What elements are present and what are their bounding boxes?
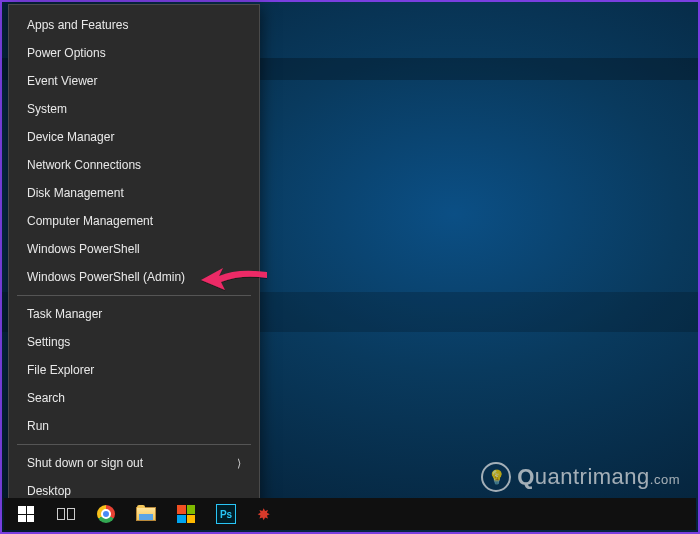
watermark-suffix: .com [650, 472, 680, 487]
menu-label: Task Manager [27, 307, 102, 321]
menu-label: Run [27, 419, 49, 433]
menu-separator [17, 295, 251, 296]
chevron-right-icon: ⟩ [237, 457, 241, 470]
menu-item-disk-management[interactable]: Disk Management [9, 179, 259, 207]
menu-label: Shut down or sign out [27, 456, 143, 470]
menu-label: Settings [27, 335, 70, 349]
menu-label: Event Viewer [27, 74, 97, 88]
menu-item-windows-powershell-admin[interactable]: Windows PowerShell (Admin) [9, 263, 259, 291]
desktop: Apps and Features Power Options Event Vi… [0, 0, 700, 534]
taskbar-app-store[interactable] [166, 498, 206, 530]
menu-item-apps-and-features[interactable]: Apps and Features [9, 11, 259, 39]
menu-label: Disk Management [27, 186, 124, 200]
menu-item-search[interactable]: Search [9, 384, 259, 412]
menu-item-run[interactable]: Run [9, 412, 259, 440]
taskbar-app-photoshop[interactable]: Ps [206, 498, 246, 530]
watermark: 💡 Quantrimang.com [481, 462, 680, 492]
menu-item-power-options[interactable]: Power Options [9, 39, 259, 67]
watermark-q: Q [517, 464, 535, 489]
menu-label: Windows PowerShell (Admin) [27, 270, 185, 284]
menu-separator [17, 444, 251, 445]
menu-label: Power Options [27, 46, 106, 60]
menu-label: Device Manager [27, 130, 114, 144]
menu-item-task-manager[interactable]: Task Manager [9, 300, 259, 328]
file-explorer-icon [136, 507, 156, 521]
menu-item-network-connections[interactable]: Network Connections [9, 151, 259, 179]
task-view-button[interactable] [46, 498, 86, 530]
menu-item-file-explorer[interactable]: File Explorer [9, 356, 259, 384]
menu-label: Computer Management [27, 214, 153, 228]
photoshop-icon: Ps [216, 504, 236, 524]
taskbar-app-file-explorer[interactable] [126, 498, 166, 530]
chrome-icon [97, 505, 115, 523]
taskbar: Ps ✸ [4, 498, 696, 530]
store-icon [177, 505, 195, 523]
menu-item-windows-powershell[interactable]: Windows PowerShell [9, 235, 259, 263]
menu-item-device-manager[interactable]: Device Manager [9, 123, 259, 151]
menu-label: Network Connections [27, 158, 141, 172]
task-view-icon [57, 507, 75, 521]
menu-item-system[interactable]: System [9, 95, 259, 123]
menu-item-settings[interactable]: Settings [9, 328, 259, 356]
watermark-rest: uantrimang [535, 464, 650, 489]
watermark-text: Quantrimang.com [517, 464, 680, 490]
taskbar-app-other[interactable]: ✸ [246, 498, 280, 530]
menu-item-event-viewer[interactable]: Event Viewer [9, 67, 259, 95]
menu-label: System [27, 102, 67, 116]
winx-context-menu: Apps and Features Power Options Event Vi… [8, 4, 260, 512]
menu-label: Windows PowerShell [27, 242, 140, 256]
start-button[interactable] [6, 498, 46, 530]
menu-label: Search [27, 391, 65, 405]
windows-logo-icon [18, 506, 34, 522]
menu-label: File Explorer [27, 363, 94, 377]
taskbar-app-chrome[interactable] [86, 498, 126, 530]
menu-label: Apps and Features [27, 18, 128, 32]
app-icon: ✸ [254, 505, 272, 523]
menu-item-computer-management[interactable]: Computer Management [9, 207, 259, 235]
lightbulb-icon: 💡 [481, 462, 511, 492]
menu-item-shut-down-or-sign-out[interactable]: Shut down or sign out ⟩ [9, 449, 259, 477]
menu-label: Desktop [27, 484, 71, 498]
